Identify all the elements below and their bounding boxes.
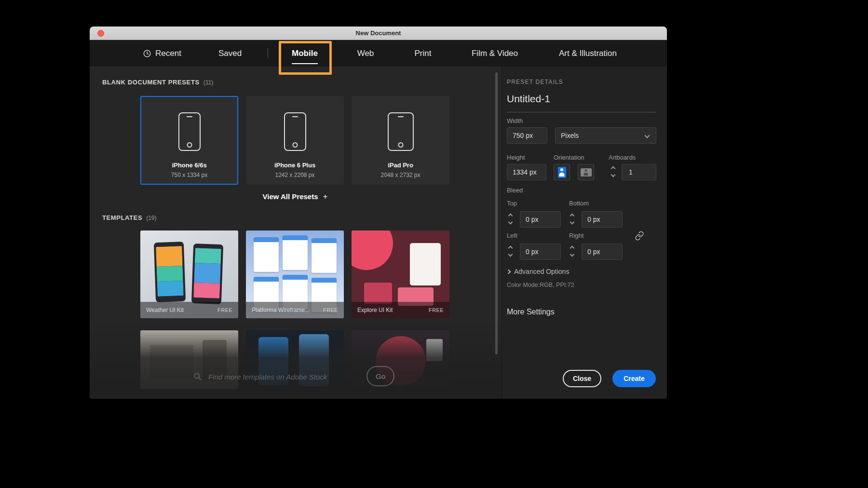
tab-print[interactable]: Print	[415, 40, 432, 67]
template-name: Platforma Wireframe...	[252, 307, 310, 313]
template-badge: FREE	[217, 307, 232, 313]
templates-heading: TEMPLATES(19)	[102, 214, 157, 221]
document-name-field[interactable]: Untitled-1	[507, 93, 550, 105]
view-all-label: View All Presets	[262, 192, 318, 201]
orientation-landscape-button[interactable]	[578, 164, 594, 180]
go-label: Go	[376, 372, 385, 380]
tab-label: Film & Video	[472, 49, 518, 58]
tab-saved[interactable]: Saved	[218, 40, 242, 67]
thumbnail-art	[352, 230, 393, 270]
preset-card-ipad-pro[interactable]: iPad Pro 2048 x 2732 px	[352, 96, 449, 185]
active-tab-underline	[292, 63, 318, 64]
chevron-down-icon	[611, 173, 616, 177]
tab-art-illustration[interactable]: Art & Illustration	[559, 40, 617, 67]
bleed-left-input[interactable]: 0 px	[520, 244, 561, 260]
preset-details-heading: PRESET DETAILS	[507, 79, 563, 85]
tab-bar: Recent Saved Mobile Web Print Film & Vid…	[90, 40, 667, 67]
preset-card-iphone-6-plus[interactable]: iPhone 6 Plus 1242 x 2208 px	[246, 96, 344, 185]
blank-presets-heading: BLANK DOCUMENT PRESETS(11)	[102, 79, 213, 86]
template-card-platforma-wireframe[interactable]: Platforma Wireframe... FREE	[246, 230, 344, 318]
bleed-left-stepper[interactable]	[509, 246, 512, 256]
color-mode-summary: Color Mode:RGB, PPI:72	[507, 282, 574, 288]
tab-film-video[interactable]: Film & Video	[472, 40, 518, 67]
view-all-presets-button[interactable]: View All Presets+	[140, 192, 450, 202]
bleed-right-input[interactable]: 0 px	[582, 244, 623, 260]
thumbnail-art	[154, 242, 186, 302]
advanced-options-toggle[interactable]: Advanced Options	[507, 268, 569, 275]
tab-divider	[268, 48, 268, 58]
link-icon	[635, 231, 644, 241]
chevron-down-icon	[644, 133, 650, 138]
bleed-top-stepper[interactable]	[509, 214, 512, 224]
screen-background: New Document Recent Saved Mobile Web Pri…	[0, 0, 868, 488]
scrollbar[interactable]	[495, 72, 498, 354]
height-label: Height	[507, 154, 525, 161]
create-button[interactable]: Create	[612, 370, 656, 387]
tab-web[interactable]: Web	[357, 40, 374, 67]
tab-label: Saved	[218, 49, 242, 58]
new-document-dialog: New Document Recent Saved Mobile Web Pri…	[90, 27, 667, 399]
search-icon	[193, 372, 202, 383]
window-close-button[interactable]	[97, 30, 104, 37]
clock-icon	[143, 49, 151, 58]
thumbnail-art	[191, 244, 223, 304]
template-label-bar: Platforma Wireframe... FREE	[246, 302, 344, 318]
units-value: Pixels	[561, 132, 579, 139]
more-settings-link[interactable]: More Settings	[507, 308, 555, 316]
heading-count: (11)	[203, 79, 213, 86]
orientation-portrait-button[interactable]	[554, 164, 570, 180]
heading-text: TEMPLATES	[102, 214, 142, 221]
advanced-options-label: Advanced Options	[514, 268, 569, 275]
height-input[interactable]: 1334 px	[507, 164, 546, 180]
phone-icon	[284, 112, 306, 151]
portrait-orientation-icon	[558, 167, 566, 178]
thumbnail-art	[312, 238, 337, 273]
chevron-up-icon	[570, 246, 575, 251]
tab-label: Recent	[155, 49, 181, 58]
preset-name: iPhone 6/6s	[172, 162, 206, 169]
bleed-bottom-stepper[interactable]	[570, 214, 574, 224]
thumbnail-art	[254, 237, 279, 272]
close-button[interactable]: Close	[563, 370, 601, 387]
template-badge: FREE	[429, 307, 444, 313]
landscape-orientation-icon	[581, 168, 592, 176]
template-name: Explore UI Kit	[357, 307, 393, 313]
close-label: Close	[573, 375, 591, 382]
width-input[interactable]: 750 px	[507, 127, 547, 144]
bleed-right-stepper[interactable]	[570, 246, 574, 256]
preset-details-panel: PRESET DETAILS Untitled-1 Width 750 px P…	[502, 67, 667, 399]
window-titlebar: New Document	[90, 27, 667, 40]
preset-name: iPhone 6 Plus	[274, 162, 315, 169]
go-button[interactable]: Go	[366, 366, 394, 386]
stock-search-input[interactable]	[208, 369, 372, 384]
tab-recent[interactable]: Recent	[143, 40, 181, 67]
create-label: Create	[624, 375, 645, 382]
chevron-down-icon	[508, 252, 513, 257]
link-bleed-values-button[interactable]	[632, 229, 647, 243]
chevron-down-icon	[570, 252, 575, 257]
template-label-bar: Weather UI Kit FREE	[140, 302, 238, 318]
thumbnail-art	[364, 283, 392, 304]
template-label-bar: Explore UI Kit FREE	[352, 302, 449, 318]
artboards-input[interactable]: 1	[622, 164, 656, 180]
divider	[507, 112, 656, 112]
preset-dimensions: 750 x 1334 px	[171, 172, 207, 178]
units-dropdown[interactable]: Pixels	[555, 127, 656, 144]
bleed-top-input[interactable]: 0 px	[520, 211, 561, 228]
width-label: Width	[507, 117, 523, 124]
window-title: New Document	[356, 29, 401, 37]
bleed-bottom-input[interactable]: 0 px	[582, 211, 623, 228]
tab-label: Art & Illustration	[559, 49, 617, 58]
artboards-stepper[interactable]	[611, 167, 615, 176]
chevron-up-icon	[508, 246, 513, 251]
heading-text: BLANK DOCUMENT PRESETS	[102, 79, 200, 86]
artboards-label: Artboards	[609, 154, 636, 161]
preset-card-row: iPhone 6/6s 750 x 1334 px iPhone 6 Plus …	[140, 96, 449, 185]
preset-card-iphone-6-6s[interactable]: iPhone 6/6s 750 x 1334 px	[140, 96, 238, 185]
preset-name: iPad Pro	[388, 162, 413, 169]
template-card-explore-ui-kit[interactable]: Explore UI Kit FREE	[352, 230, 449, 318]
chevron-down-icon	[508, 220, 513, 225]
chevron-up-icon	[508, 214, 513, 218]
template-card-weather-ui-kit[interactable]: Weather UI Kit FREE	[140, 230, 238, 318]
tab-mobile[interactable]: Mobile	[292, 40, 318, 67]
